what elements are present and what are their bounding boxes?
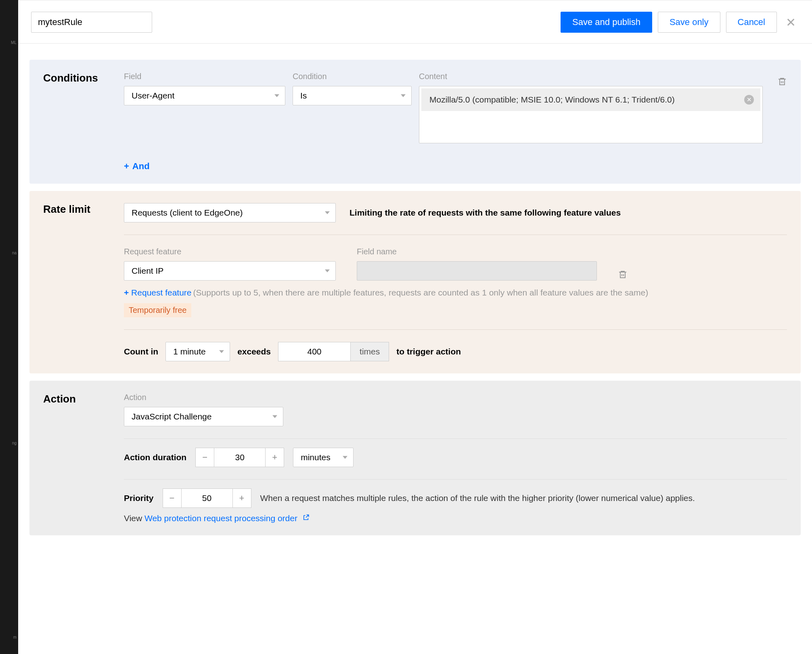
editor-header: Save and publish Save only Cancel ✕ bbox=[18, 0, 812, 44]
sidebar-item[interactable]: ng bbox=[0, 425, 18, 461]
trash-icon[interactable] bbox=[618, 270, 628, 279]
add-feature-label: Request feature bbox=[131, 288, 191, 297]
and-label: And bbox=[132, 161, 150, 172]
priority-input[interactable] bbox=[181, 489, 233, 507]
plus-icon: + bbox=[124, 288, 129, 297]
rate-limit-panel: Rate limit Requests (client to EdgeOne) … bbox=[29, 191, 801, 373]
duration-input[interactable] bbox=[214, 448, 266, 467]
field-label: Field bbox=[124, 72, 285, 81]
priority-label: Priority bbox=[124, 493, 154, 503]
condition-select-value: Is bbox=[300, 91, 307, 101]
chevron-down-icon bbox=[219, 350, 224, 353]
condition-label: Condition bbox=[293, 72, 412, 81]
save-only-button[interactable]: Save only bbox=[658, 12, 720, 33]
count-in-label: Count in bbox=[124, 347, 158, 356]
conditions-panel: Conditions Field User-Agent bbox=[29, 60, 801, 184]
field-select-value: User-Agent bbox=[132, 91, 174, 101]
plus-icon: + bbox=[124, 161, 129, 172]
rule-name-input[interactable] bbox=[31, 12, 152, 33]
exceeds-label: exceeds bbox=[237, 347, 271, 356]
field-name-label: Field name bbox=[357, 247, 597, 256]
times-unit: times bbox=[350, 342, 389, 361]
chevron-down-icon bbox=[325, 270, 330, 272]
remove-chip-icon[interactable]: ✕ bbox=[744, 95, 754, 105]
action-duration-label: Action duration bbox=[124, 453, 186, 462]
priority-note: When a request matches multiple rules, t… bbox=[260, 493, 695, 503]
conditions-title: Conditions bbox=[43, 72, 124, 84]
action-label: Action bbox=[124, 393, 146, 402]
close-icon[interactable]: ✕ bbox=[783, 12, 799, 33]
add-and-condition[interactable]: + And bbox=[124, 161, 150, 172]
sidebar-item[interactable]: ML bbox=[0, 24, 18, 61]
priority-stepper[interactable]: − + bbox=[163, 488, 251, 508]
condition-select[interactable]: Is bbox=[293, 86, 412, 105]
add-request-feature[interactable]: + Request feature bbox=[124, 288, 192, 298]
minus-icon[interactable]: − bbox=[163, 489, 181, 507]
save-and-publish-button[interactable]: Save and publish bbox=[561, 12, 652, 33]
action-select[interactable]: JavaScript Challenge bbox=[124, 407, 283, 426]
rate-limit-title: Rate limit bbox=[43, 203, 124, 216]
count-window-select[interactable]: 1 minute bbox=[165, 342, 230, 361]
trash-icon[interactable] bbox=[777, 77, 787, 86]
processing-order-link-text: Web protection request processing order bbox=[144, 514, 297, 523]
request-feature-value: Client IP bbox=[132, 266, 163, 276]
count-window-value: 1 minute bbox=[173, 347, 206, 356]
content-chip-text: Mozilla/5.0 (compatible; MSIE 10.0; Wind… bbox=[429, 95, 675, 104]
external-link-icon bbox=[302, 514, 310, 523]
app-sidebar: ML na ng m bbox=[0, 0, 18, 654]
field-select[interactable]: User-Agent bbox=[124, 86, 285, 105]
chevron-down-icon bbox=[274, 94, 279, 97]
field-name-input bbox=[357, 261, 597, 281]
plus-icon[interactable]: + bbox=[233, 489, 251, 507]
duration-unit-value: minutes bbox=[301, 453, 331, 462]
temporarily-free-badge: Temporarily free bbox=[124, 303, 191, 317]
chevron-down-icon bbox=[325, 212, 330, 214]
rate-scope-description: Limiting the rate of requests with the s… bbox=[349, 208, 621, 218]
processing-order-link[interactable]: Web protection request processing order bbox=[144, 514, 310, 523]
request-feature-select[interactable]: Client IP bbox=[124, 261, 336, 281]
content-chip: Mozilla/5.0 (compatible; MSIE 10.0; Wind… bbox=[421, 88, 760, 111]
rate-scope-select[interactable]: Requests (client to EdgeOne) bbox=[124, 203, 336, 222]
request-feature-label: Request feature bbox=[124, 247, 336, 256]
action-panel: Action Action JavaScript Challenge Actio… bbox=[29, 381, 801, 535]
sidebar-item[interactable]: m bbox=[0, 619, 18, 654]
chevron-down-icon bbox=[272, 415, 277, 418]
minus-icon[interactable]: − bbox=[196, 448, 214, 467]
sidebar-item[interactable]: na bbox=[0, 235, 18, 271]
view-label: View bbox=[124, 514, 144, 523]
add-feature-note: (Supports up to 5, when there are multip… bbox=[193, 288, 649, 298]
plus-icon[interactable]: + bbox=[266, 448, 284, 467]
action-title: Action bbox=[43, 393, 124, 405]
chevron-down-icon bbox=[401, 94, 406, 97]
duration-stepper[interactable]: − + bbox=[195, 448, 284, 467]
trigger-label: to trigger action bbox=[396, 347, 461, 356]
rate-scope-value: Requests (client to EdgeOne) bbox=[132, 208, 243, 218]
action-select-value: JavaScript Challenge bbox=[132, 412, 211, 421]
duration-unit-select[interactable]: minutes bbox=[293, 448, 354, 467]
content-label: Content bbox=[419, 72, 763, 81]
cancel-button[interactable]: Cancel bbox=[726, 12, 777, 33]
threshold-input[interactable] bbox=[278, 342, 350, 361]
content-input[interactable]: Mozilla/5.0 (compatible; MSIE 10.0; Wind… bbox=[419, 86, 763, 143]
chevron-down-icon bbox=[343, 456, 347, 459]
